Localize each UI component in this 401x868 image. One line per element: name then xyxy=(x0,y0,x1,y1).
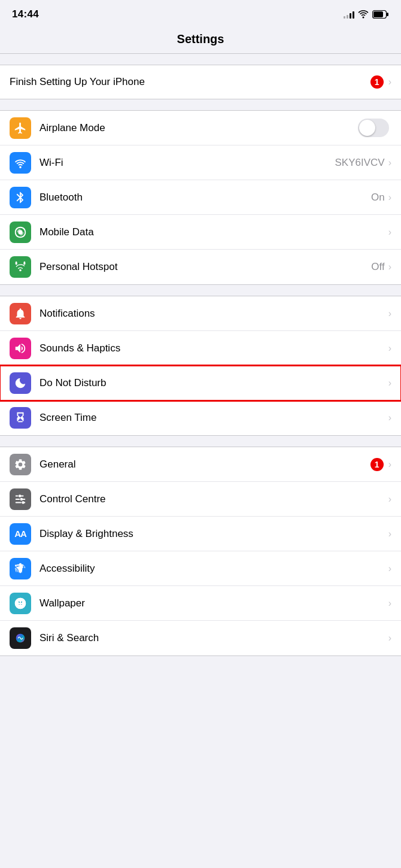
mobile-data-row[interactable]: Mobile Data › xyxy=(0,215,401,250)
wallpaper-row[interactable]: Wallpaper › xyxy=(0,586,401,621)
accessibility-icon xyxy=(14,562,27,575)
display-brightness-chevron: › xyxy=(388,529,391,539)
mobile-data-label: Mobile Data xyxy=(40,226,388,238)
bluetooth-value: On xyxy=(371,192,385,204)
finish-setup-badge: 1 xyxy=(370,75,384,89)
finish-setup-label: Finish Setting Up Your iPhone xyxy=(10,76,370,88)
svg-rect-7 xyxy=(16,262,17,265)
accessibility-chevron: › xyxy=(388,563,391,574)
wifi-icon-wrap xyxy=(10,152,31,174)
finish-setup-chevron: › xyxy=(388,77,391,87)
status-time: 14:44 xyxy=(12,8,39,20)
dnd-chevron: › xyxy=(388,378,391,389)
connectivity-section: Airplane Mode Wi-Fi SKY6IVCV › Blue xyxy=(0,110,401,285)
airplane-mode-toggle[interactable] xyxy=(358,119,389,137)
svg-rect-9 xyxy=(16,495,19,496)
general-badge: 1 xyxy=(370,458,384,471)
wifi-value: SKY6IVCV xyxy=(335,157,385,169)
wifi-icon xyxy=(14,156,27,169)
accessibility-icon-wrap xyxy=(10,558,31,579)
svg-rect-15 xyxy=(19,495,23,496)
page-title-container: Settings xyxy=(0,26,401,54)
wifi-status-icon xyxy=(358,10,369,19)
status-bar: 14:44 xyxy=(0,0,401,26)
general-block: General 1 › Control Centre › xyxy=(0,447,401,656)
notifications-icon xyxy=(14,307,27,320)
bluetooth-icon xyxy=(14,191,27,204)
accessibility-label: Accessibility xyxy=(40,563,388,575)
gear-icon xyxy=(14,458,27,471)
notifications-row[interactable]: Notifications › xyxy=(0,296,401,331)
wallpaper-chevron: › xyxy=(388,598,391,609)
bluetooth-label: Bluetooth xyxy=(40,192,371,204)
notifications-block: Notifications › Sounds & Haptics › Do No… xyxy=(0,296,401,436)
display-brightness-label: Display & Brightness xyxy=(40,528,388,540)
svg-point-4 xyxy=(19,231,22,233)
general-chevron: › xyxy=(388,459,391,470)
siri-icon xyxy=(14,632,27,645)
control-centre-icon xyxy=(14,493,27,506)
notifications-section: Notifications › Sounds & Haptics › Do No… xyxy=(0,296,401,436)
personal-hotspot-chevron: › xyxy=(388,262,391,272)
notifications-icon-wrap xyxy=(10,303,31,324)
airplane-mode-row[interactable]: Airplane Mode xyxy=(0,111,401,145)
screen-time-row[interactable]: Screen Time › xyxy=(0,400,401,435)
bluetooth-chevron: › xyxy=(388,192,391,203)
notifications-chevron: › xyxy=(388,308,391,319)
wifi-label: Wi-Fi xyxy=(40,157,335,169)
display-icon-wrap: AA xyxy=(10,523,31,545)
svg-rect-8 xyxy=(24,262,26,265)
personal-hotspot-icon-wrap xyxy=(10,256,31,278)
airplane-mode-icon-wrap xyxy=(10,117,31,139)
personal-hotspot-value: Off xyxy=(371,261,384,273)
aa-icon: AA xyxy=(14,529,26,539)
svg-rect-2 xyxy=(373,11,383,17)
control-centre-label: Control Centre xyxy=(40,493,388,505)
general-row[interactable]: General 1 › xyxy=(0,447,401,482)
battery-icon xyxy=(372,10,389,19)
sounds-haptics-label: Sounds & Haptics xyxy=(40,342,388,354)
display-brightness-row[interactable]: AA Display & Brightness › xyxy=(0,517,401,551)
screen-time-chevron: › xyxy=(388,412,391,423)
control-centre-row[interactable]: Control Centre › xyxy=(0,482,401,517)
accessibility-row[interactable]: Accessibility › xyxy=(0,551,401,586)
dnd-icon xyxy=(14,377,27,390)
do-not-disturb-row[interactable]: Do Not Disturb › xyxy=(0,366,401,400)
general-section: General 1 › Control Centre › xyxy=(0,447,401,656)
sounds-haptics-row[interactable]: Sounds & Haptics › xyxy=(0,331,401,366)
wifi-chevron: › xyxy=(388,157,391,168)
svg-rect-1 xyxy=(387,13,388,16)
general-icon-wrap xyxy=(10,454,31,475)
dnd-label: Do Not Disturb xyxy=(40,377,388,389)
wifi-row[interactable]: Wi-Fi SKY6IVCV › xyxy=(0,145,401,180)
mobile-data-icon-wrap xyxy=(10,221,31,243)
svg-rect-11 xyxy=(16,502,22,503)
personal-hotspot-label: Personal Hotspot xyxy=(40,261,371,273)
mobile-data-chevron: › xyxy=(388,227,391,238)
bluetooth-row[interactable]: Bluetooth On › xyxy=(0,180,401,215)
finish-setup-row[interactable]: Finish Setting Up Your iPhone 1 › xyxy=(0,65,401,99)
svg-rect-10 xyxy=(16,499,20,500)
sounds-icon xyxy=(14,342,27,355)
page-title: Settings xyxy=(177,32,224,45)
sounds-haptics-chevron: › xyxy=(388,343,391,354)
bluetooth-icon-wrap xyxy=(10,187,31,208)
notifications-label: Notifications xyxy=(40,308,388,320)
svg-rect-17 xyxy=(24,502,26,503)
svg-point-19 xyxy=(19,600,22,602)
wallpaper-icon-wrap xyxy=(10,593,31,614)
siri-search-chevron: › xyxy=(388,633,391,644)
screen-time-icon xyxy=(14,411,27,424)
siri-search-label: Siri & Search xyxy=(40,632,388,644)
sounds-icon-wrap xyxy=(10,338,31,359)
siri-search-row[interactable]: Siri & Search › xyxy=(0,621,401,655)
general-label: General xyxy=(40,459,370,471)
personal-hotspot-row[interactable]: Personal Hotspot Off › xyxy=(0,250,401,284)
svg-rect-16 xyxy=(22,499,26,500)
hotspot-icon xyxy=(14,260,27,274)
status-icons xyxy=(344,10,389,19)
screen-time-label: Screen Time xyxy=(40,412,388,424)
connectivity-block: Airplane Mode Wi-Fi SKY6IVCV › Blue xyxy=(0,110,401,285)
siri-icon-wrap xyxy=(10,627,31,649)
screen-time-icon-wrap xyxy=(10,407,31,429)
